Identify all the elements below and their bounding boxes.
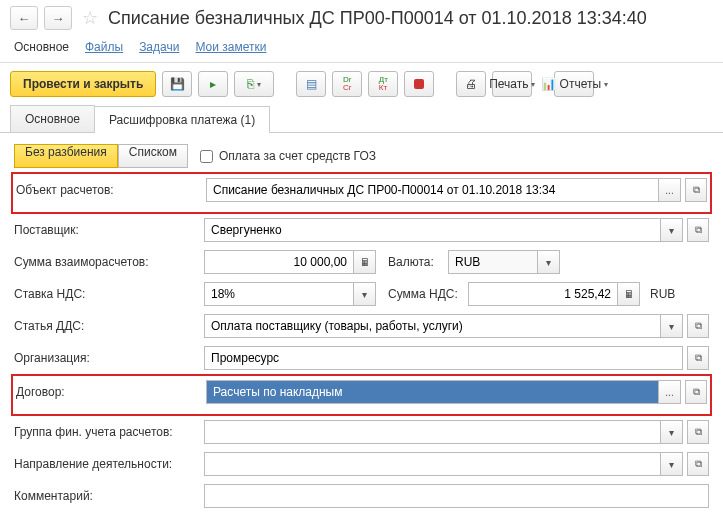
dtkt-button[interactable]: ДтКт xyxy=(368,71,398,97)
vat-rate-label: Ставка НДС: xyxy=(14,287,204,301)
fingroup-input[interactable] xyxy=(204,420,661,444)
fingroup-open-button[interactable]: ⧉ xyxy=(687,420,709,444)
org-label: Организация: xyxy=(14,351,204,365)
currency-label: Валюта: xyxy=(388,255,448,269)
reports-button[interactable]: 📊Отчеты xyxy=(554,71,594,97)
dds-label: Статья ДДС: xyxy=(14,319,204,333)
contract-label: Договор: xyxy=(16,385,206,399)
contract-input[interactable]: Расчеты по накладным xyxy=(206,380,659,404)
object-select-button[interactable]: ... xyxy=(659,178,681,202)
contract-select-button[interactable]: ... xyxy=(659,380,681,404)
tab-notes[interactable]: Мои заметки xyxy=(195,40,266,54)
currency-input[interactable] xyxy=(448,250,538,274)
tab-tasks[interactable]: Задачи xyxy=(139,40,179,54)
favorite-star-icon[interactable]: ☆ xyxy=(82,7,98,29)
activity-label: Направление деятельности: xyxy=(14,457,204,471)
activity-input[interactable] xyxy=(204,452,661,476)
fingroup-label: Группа фин. учета расчетов: xyxy=(14,425,204,439)
cancel-icon xyxy=(414,79,424,89)
object-label: Объект расчетов: xyxy=(16,183,206,197)
post-button[interactable]: ▸ xyxy=(198,71,228,97)
contract-value-text: Расчеты по накладным xyxy=(213,385,343,399)
tab-files[interactable]: Файлы xyxy=(85,40,123,54)
vat-calc-button[interactable]: 🖩 xyxy=(618,282,640,306)
tab-main[interactable]: Основное xyxy=(14,40,69,54)
printer-icon: 🖨 xyxy=(465,77,477,91)
goz-checkbox[interactable] xyxy=(200,150,213,163)
print-label: Печать xyxy=(489,77,528,91)
chart-icon: 📊 xyxy=(541,77,556,91)
comment-label: Комментарий: xyxy=(14,489,204,503)
cancel-post-button[interactable] xyxy=(404,71,434,97)
structure-icon: ▤ xyxy=(306,77,317,91)
dds-dropdown[interactable]: ▾ xyxy=(661,314,683,338)
save-button[interactable]: 💾 xyxy=(162,71,192,97)
fingroup-dropdown[interactable]: ▾ xyxy=(661,420,683,444)
structure-button[interactable]: ▤ xyxy=(296,71,326,97)
drcr-icon: DrCr xyxy=(343,76,351,92)
contract-open-button[interactable]: ⧉ xyxy=(685,380,707,404)
vat-amount-input[interactable] xyxy=(468,282,618,306)
vat-rate-dropdown[interactable]: ▾ xyxy=(354,282,376,306)
vat-currency-text: RUB xyxy=(650,287,675,301)
object-open-button[interactable]: ⧉ xyxy=(685,178,707,202)
activity-dropdown[interactable]: ▾ xyxy=(661,452,683,476)
submit-close-button[interactable]: Провести и закрыть xyxy=(10,71,156,97)
document-title: Списание безналичных ДС ПР00-П00014 от 0… xyxy=(108,8,647,29)
org-open-button[interactable]: ⧉ xyxy=(687,346,709,370)
forward-button[interactable]: → xyxy=(44,6,72,30)
mode-list[interactable]: Списком xyxy=(118,144,188,168)
supplier-dropdown[interactable]: ▾ xyxy=(661,218,683,242)
dds-open-button[interactable]: ⧉ xyxy=(687,314,709,338)
currency-dropdown[interactable]: ▾ xyxy=(538,250,560,274)
post-icon: ▸ xyxy=(210,77,216,91)
object-input[interactable] xyxy=(206,178,659,202)
fill-button[interactable]: ⎘ xyxy=(234,71,274,97)
amount-input[interactable] xyxy=(204,250,354,274)
reports-label: Отчеты xyxy=(560,77,601,91)
print-button[interactable]: Печать xyxy=(492,71,532,97)
printer-icon-button[interactable]: 🖨 xyxy=(456,71,486,97)
dtkt-icon: ДтКт xyxy=(379,76,388,92)
supplier-open-button[interactable]: ⧉ xyxy=(687,218,709,242)
drcr-button[interactable]: DrCr xyxy=(332,71,362,97)
comment-input[interactable] xyxy=(204,484,709,508)
supplier-input[interactable] xyxy=(204,218,661,242)
subtab-main[interactable]: Основное xyxy=(10,105,95,132)
goz-label: Оплата за счет средств ГОЗ xyxy=(219,149,376,163)
supplier-label: Поставщик: xyxy=(14,223,204,237)
diskette-icon: 💾 xyxy=(170,77,185,91)
mode-no-split[interactable]: Без разбиения xyxy=(14,144,118,168)
subtab-details[interactable]: Расшифровка платежа (1) xyxy=(94,106,270,133)
activity-open-button[interactable]: ⧉ xyxy=(687,452,709,476)
dds-input[interactable] xyxy=(204,314,661,338)
fill-icon: ⎘ xyxy=(247,77,254,91)
amount-label: Сумма взаиморасчетов: xyxy=(14,255,204,269)
amount-calc-button[interactable]: 🖩 xyxy=(354,250,376,274)
vat-amount-label: Сумма НДС: xyxy=(388,287,468,301)
org-input[interactable] xyxy=(204,346,683,370)
back-button[interactable]: ← xyxy=(10,6,38,30)
vat-rate-input[interactable] xyxy=(204,282,354,306)
